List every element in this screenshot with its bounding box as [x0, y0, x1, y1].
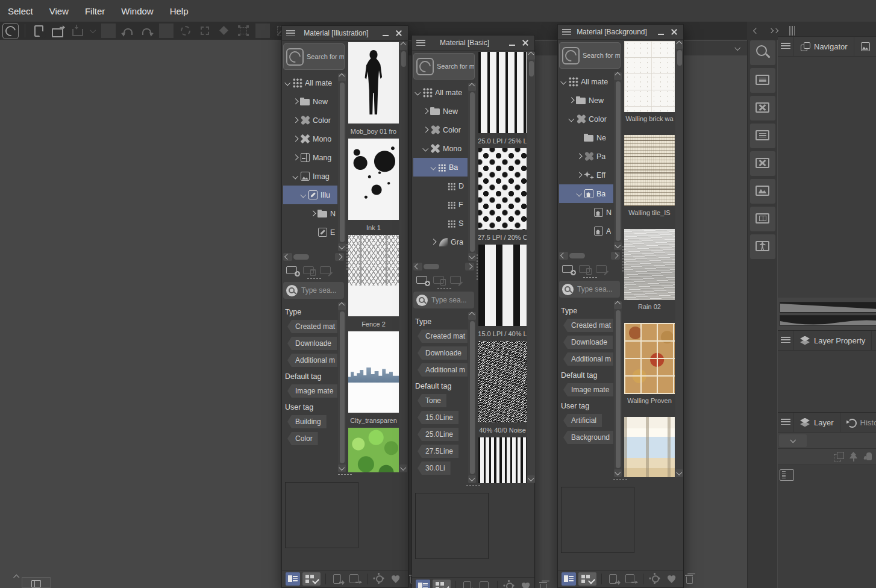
- double-arrow-icon[interactable]: [769, 27, 780, 35]
- paste-to-canvas-icon[interactable]: [461, 580, 475, 588]
- filter-tag-button[interactable]: Downloade: [287, 337, 337, 350]
- panel-menu-icon[interactable]: [781, 337, 790, 344]
- tree-item[interactable]: D: [413, 177, 468, 195]
- clipping-icon[interactable]: [833, 451, 845, 462]
- pane-grip[interactable]: [282, 472, 408, 477]
- panel-menu-icon[interactable]: [781, 43, 790, 50]
- scroll-right-icon[interactable]: [335, 253, 344, 261]
- tree-scrollbar[interactable]: [338, 74, 346, 251]
- close-icon[interactable]: [521, 38, 530, 48]
- material-item[interactable]: Rain 02: [624, 229, 675, 313]
- menu-item[interactable]: Select: [8, 6, 33, 16]
- horizontal-scrollbar[interactable]: [559, 252, 620, 260]
- scroll-left-icon[interactable]: [559, 252, 568, 260]
- dock-grip-icon[interactable]: [789, 26, 795, 36]
- scrollbar-thumb[interactable]: [424, 264, 439, 269]
- filter-tag-button[interactable]: Created mat: [418, 330, 468, 343]
- settings-gear-icon[interactable]: [372, 572, 387, 586]
- material-item[interactable]: [348, 428, 399, 472]
- expand-chevron-icon[interactable]: [292, 174, 298, 180]
- favorite-heart-icon[interactable]: [519, 580, 534, 588]
- scroll-right-icon[interactable]: [465, 263, 474, 271]
- filter-tag-button[interactable]: Artificial: [563, 414, 602, 427]
- tag-search-input[interactable]: [301, 286, 341, 295]
- expand-chevron-icon[interactable]: [440, 202, 446, 208]
- thumbnail-scrollbar[interactable]: [675, 41, 683, 477]
- favorite-heart-icon[interactable]: [665, 572, 680, 586]
- tree-item[interactable]: Gra: [413, 233, 468, 251]
- material-item[interactable]: [624, 417, 675, 477]
- favorite-heart-icon[interactable]: [389, 572, 404, 586]
- scrollbar-track[interactable]: [527, 78, 535, 475]
- new-folder-icon[interactable]: [416, 274, 429, 285]
- scroll-right-icon[interactable]: [611, 252, 620, 260]
- filter-tag-button[interactable]: Downloade: [563, 336, 613, 349]
- panel-menu-icon[interactable]: [416, 40, 425, 46]
- search-for-materials-button[interactable]: Search for ma: [283, 43, 345, 70]
- replace-material-icon[interactable]: [624, 572, 638, 586]
- window-titlebar[interactable]: Material [Illustration]: [282, 26, 408, 41]
- replace-material-icon[interactable]: [478, 580, 492, 588]
- paste-to-canvas-icon[interactable]: [607, 572, 621, 586]
- close-icon[interactable]: [394, 28, 404, 38]
- scroll-down-icon[interactable]: [468, 253, 476, 261]
- collapse-left-icon[interactable]: [752, 27, 760, 35]
- expand-chevron-icon[interactable]: [310, 230, 316, 236]
- filter-scrollbar[interactable]: [468, 312, 476, 483]
- filter-tag-button[interactable]: Image mate: [563, 383, 613, 396]
- replace-material-icon[interactable]: [348, 572, 362, 586]
- scroll-up-icon[interactable]: [338, 74, 346, 81]
- tab-history[interactable]: History: [840, 413, 876, 432]
- expand-chevron-icon[interactable]: [284, 80, 290, 86]
- delete-folder-icon[interactable]: [578, 263, 592, 274]
- layer-list-icon[interactable]: [780, 469, 794, 481]
- scroll-down-icon[interactable]: [338, 464, 346, 472]
- scroll-up-icon[interactable]: [527, 52, 535, 60]
- horizontal-scrollbar[interactable]: [283, 253, 344, 261]
- figure-folder-icon[interactable]: [750, 234, 775, 259]
- expand-chevron-icon[interactable]: [440, 183, 446, 189]
- scrollbar-track[interactable]: [399, 68, 407, 464]
- delete-trash-icon[interactable]: [682, 572, 696, 586]
- tree-item[interactable]: All mate: [559, 72, 613, 91]
- scrollbar-thumb[interactable]: [293, 254, 309, 260]
- expand-chevron-icon[interactable]: [576, 154, 582, 160]
- menu-item[interactable]: Filter: [85, 6, 105, 16]
- pane-grip[interactable]: [559, 275, 622, 280]
- tree-item[interactable]: Ba: [559, 184, 613, 203]
- material-item[interactable]: 15.0 LPI / 40% L: [478, 245, 527, 341]
- material-item[interactable]: Walling Proven: [624, 323, 675, 407]
- filter-tag-button[interactable]: Background: [563, 431, 613, 444]
- scroll-up-icon[interactable]: [468, 83, 476, 91]
- delete-folder-icon[interactable]: [433, 274, 446, 285]
- tree-item[interactable]: Ne: [559, 128, 613, 147]
- tag-search-box[interactable]: [559, 281, 620, 298]
- scroll-up-icon[interactable]: [614, 301, 622, 309]
- tree-item[interactable]: E: [283, 223, 337, 242]
- document-folder-icon[interactable]: [750, 68, 775, 93]
- minimize-icon[interactable]: [656, 27, 666, 37]
- menu-item[interactable]: View: [49, 6, 69, 16]
- thumbnail-scrollbar[interactable]: [399, 42, 407, 472]
- tab-navigator[interactable]: Navigator: [793, 37, 854, 56]
- filter-tag-button[interactable]: Color: [287, 432, 318, 445]
- scroll-up-icon[interactable]: [338, 302, 346, 310]
- filter-tag-button[interactable]: 30.0Li: [418, 461, 451, 475]
- filter-tag-button[interactable]: Created mat: [563, 319, 613, 332]
- transform-folder-icon[interactable]: [750, 151, 775, 176]
- minimize-icon[interactable]: [507, 38, 517, 48]
- tree-item[interactable]: Illu: [283, 186, 337, 204]
- scrollbar-thumb[interactable]: [616, 310, 621, 468]
- clip-studio-logo-icon[interactable]: [2, 23, 19, 39]
- expand-chevron-icon[interactable]: [576, 172, 582, 178]
- expand-chevron-icon[interactable]: [560, 79, 566, 85]
- material-item[interactable]: [478, 437, 527, 483]
- document-folder-icon[interactable]: [750, 124, 775, 148]
- blend-mode-dropdown[interactable]: [779, 434, 807, 447]
- search-materials-icon[interactable]: [750, 40, 775, 65]
- scroll-down-icon[interactable]: [527, 475, 535, 483]
- window-titlebar[interactable]: Material [Background]: [558, 25, 683, 40]
- minimize-icon[interactable]: [381, 28, 390, 38]
- material-item[interactable]: Ink 1: [348, 139, 399, 235]
- reference-layer-icon[interactable]: [848, 451, 860, 462]
